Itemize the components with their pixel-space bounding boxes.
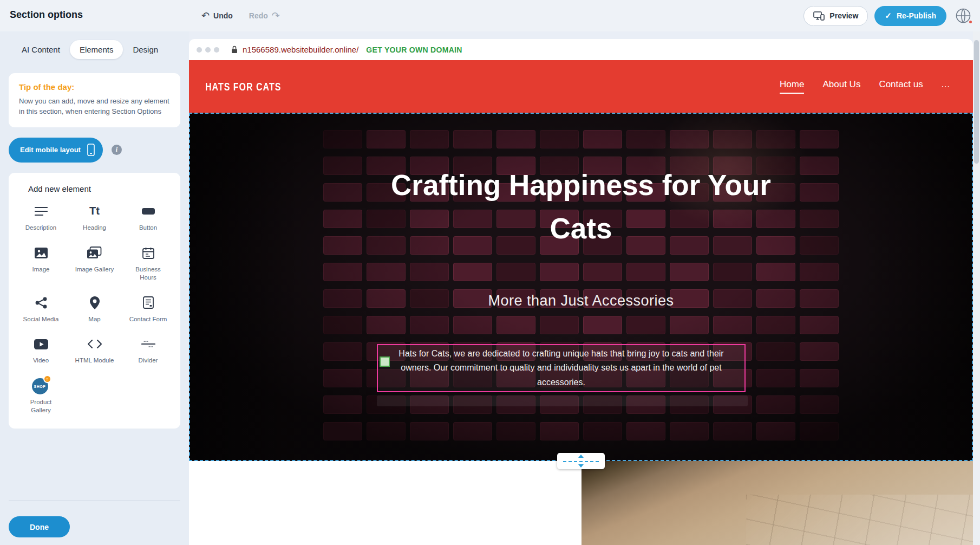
- hero-tile: [540, 130, 579, 148]
- topbar: Section options ↶ Undo Redo ↷: [0, 0, 980, 31]
- hero-tile: [367, 130, 406, 148]
- element-label: Product Gallery: [22, 398, 61, 414]
- element-description[interactable]: Description: [14, 203, 68, 232]
- window-dot: [214, 47, 219, 53]
- element-image-gallery[interactable]: Image Gallery: [68, 245, 121, 282]
- hero-tile: [756, 369, 795, 387]
- redo-button[interactable]: Redo ↷: [249, 10, 280, 22]
- element-divider[interactable]: Divider: [121, 336, 175, 365]
- republish-label: Re-Publish: [897, 11, 936, 20]
- hero-tile: [367, 422, 406, 440]
- business-hours-icon: [142, 245, 154, 261]
- undo-icon: ↶: [201, 10, 210, 22]
- element-product-gallery[interactable]: SHOP ↑ Product Gallery: [14, 378, 68, 414]
- hero-tile: [453, 422, 492, 440]
- hero-paragraph[interactable]: Hats for Cats, we are dedicated to craft…: [378, 345, 744, 391]
- scrollbar-thumb[interactable]: [974, 40, 979, 164]
- done-button[interactable]: Done: [9, 516, 70, 537]
- hero-tile: [713, 316, 752, 334]
- tab-ai-content[interactable]: AI Content: [12, 40, 70, 59]
- hero-subheading[interactable]: More than Just Accessories: [190, 293, 972, 309]
- hero-tile: [583, 263, 622, 281]
- hero-tile: [410, 130, 449, 148]
- video-icon: [34, 336, 48, 352]
- page-title: Section options: [10, 9, 83, 21]
- sidebar-tabs: AI Content Elements Design: [12, 40, 189, 59]
- hero-tile: [713, 263, 752, 281]
- site-logo[interactable]: HATS FOR CATS: [205, 80, 281, 93]
- social-media-icon: [35, 295, 47, 311]
- tab-design[interactable]: Design: [123, 40, 168, 59]
- element-label: Map: [88, 315, 100, 323]
- hero-tile: [323, 342, 362, 361]
- element-business-hours[interactable]: Business Hours: [121, 245, 175, 282]
- get-domain-link[interactable]: GET YOUR OWN DOMAIN: [366, 46, 462, 54]
- republish-button[interactable]: ✓ Re-Publish: [874, 6, 946, 26]
- hero-tile: [583, 422, 622, 440]
- element-map[interactable]: Map: [68, 295, 121, 323]
- next-section: [189, 461, 973, 545]
- selected-text-element[interactable]: Hats for Cats, we are dedicated to craft…: [377, 344, 746, 392]
- image-gallery-icon: [87, 245, 102, 261]
- hero-heading[interactable]: Crafting Happiness for Your Cats: [190, 164, 972, 250]
- resize-arrow-up-icon: [578, 455, 584, 458]
- phone-icon: [87, 144, 95, 156]
- info-icon[interactable]: i: [112, 145, 122, 155]
- hero-section-selected[interactable]: Crafting Happiness for Your Cats More th…: [189, 113, 973, 461]
- redo-icon: ↷: [272, 10, 280, 22]
- undo-redo-group: ↶ Undo Redo ↷: [201, 0, 280, 31]
- element-heading[interactable]: Tt Heading: [68, 203, 121, 232]
- element-label: Social Media: [23, 315, 59, 323]
- hero-tile: [367, 316, 406, 334]
- sidebar-divider: [9, 501, 180, 501]
- element-button[interactable]: Button: [121, 203, 175, 232]
- nav-contact-us[interactable]: Contact us: [879, 79, 923, 94]
- nav-more[interactable]: ...: [942, 80, 950, 93]
- hero-tile: [453, 263, 492, 281]
- site-nav: Home About Us Contact us ...: [780, 79, 950, 94]
- nav-home[interactable]: Home: [780, 79, 804, 94]
- hero-tile: [540, 422, 579, 440]
- tip-body: Now you can add, move and resize any ele…: [19, 96, 170, 117]
- sand-photo: [582, 461, 973, 545]
- product-gallery-icon: SHOP ↑: [32, 378, 50, 394]
- hero-tile: [323, 263, 362, 281]
- hero-tile: [800, 316, 839, 334]
- preview-button[interactable]: Preview: [803, 6, 868, 26]
- heading-icon: Tt: [89, 203, 100, 219]
- element-label: Heading: [83, 224, 106, 232]
- element-label: Business Hours: [129, 265, 168, 282]
- element-html-module[interactable]: HTML Module: [68, 336, 121, 365]
- language-globe-button[interactable]: [953, 5, 974, 26]
- element-contact-form[interactable]: Contact Form: [121, 295, 175, 323]
- page-scrollbar[interactable]: [973, 31, 980, 545]
- resize-arrow-down-icon: [578, 464, 584, 468]
- nav-about-us[interactable]: About Us: [822, 79, 860, 94]
- window-dot: [197, 47, 202, 53]
- section-resize-handle[interactable]: [557, 453, 605, 469]
- hero-tile: [410, 263, 449, 281]
- hero-tile: [756, 422, 795, 440]
- element-video[interactable]: Video: [14, 336, 68, 365]
- element-label: Description: [25, 224, 57, 232]
- hero-tile: [496, 130, 535, 148]
- undo-button[interactable]: ↶ Undo: [201, 10, 233, 22]
- tab-elements[interactable]: Elements: [70, 40, 123, 59]
- hero-tile: [453, 316, 492, 334]
- window-controls: [197, 47, 219, 53]
- hero-tile: [583, 130, 622, 148]
- element-label: Video: [33, 356, 49, 365]
- preview-monitor-icon: [813, 11, 825, 21]
- sidebar: AI Content Elements Design Tip of the da…: [0, 31, 189, 545]
- tip-of-the-day-card: Tip of the day: Now you can add, move an…: [9, 73, 180, 127]
- element-image[interactable]: Image: [14, 245, 68, 282]
- add-element-title: Add new element: [28, 184, 180, 193]
- hero-tile: [410, 316, 449, 334]
- site-preview: n1566589.websitebuilder.online/ GET YOUR…: [189, 0, 973, 545]
- hero-tile: [756, 342, 795, 361]
- site-url: n1566589.websitebuilder.online/: [243, 45, 358, 54]
- element-social-media[interactable]: Social Media: [14, 295, 68, 323]
- hero-tile: [367, 263, 406, 281]
- hero-tile: [670, 263, 709, 281]
- edit-mobile-layout-button[interactable]: Edit mobile layout: [9, 138, 103, 163]
